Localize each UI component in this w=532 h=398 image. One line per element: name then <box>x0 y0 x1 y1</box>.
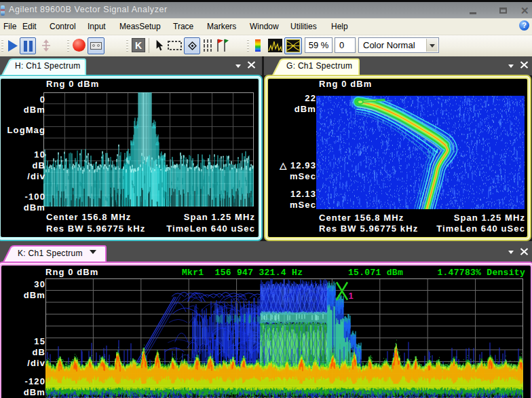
svg-text:1: 1 <box>349 291 354 301</box>
